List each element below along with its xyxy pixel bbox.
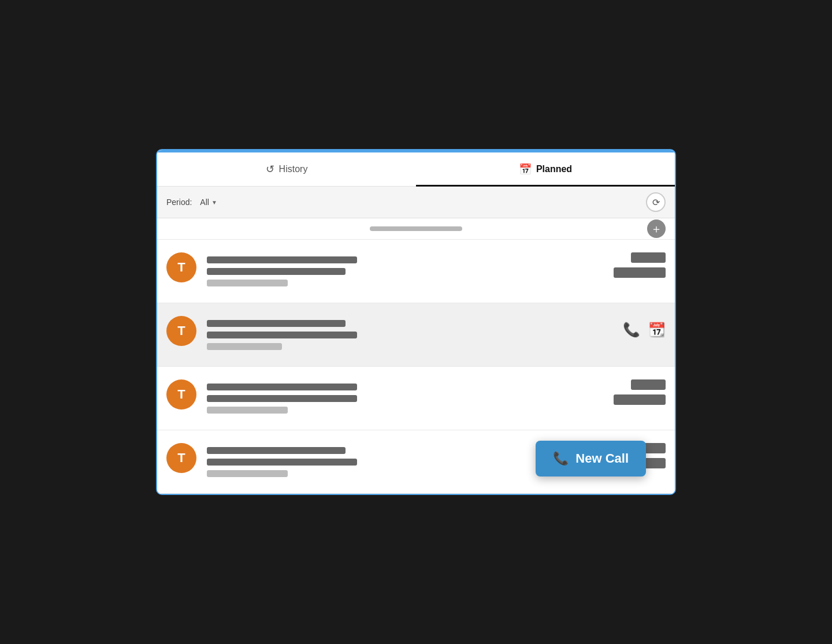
item-actions: 📞 📆 bbox=[608, 316, 666, 338]
filter-bar: Period: All ▼ ⟳ bbox=[157, 187, 675, 218]
text-line-2 bbox=[207, 332, 357, 338]
list-item: T 📞 📆 bbox=[157, 303, 675, 367]
list-item: T bbox=[157, 240, 675, 303]
text-line-3 bbox=[207, 407, 288, 414]
text-line-3 bbox=[207, 343, 282, 350]
new-call-label: New Call bbox=[575, 451, 629, 466]
tab-header: ↺ History 📅 Planned bbox=[157, 152, 675, 187]
avatar: T bbox=[166, 443, 196, 473]
tab-planned-label: Planned bbox=[536, 164, 572, 174]
refresh-button[interactable]: ⟳ bbox=[646, 192, 666, 212]
refresh-icon: ⟳ bbox=[652, 197, 660, 208]
main-panel: ↺ History 📅 Planned Period: All ▼ ⟳ ＋ bbox=[156, 149, 676, 495]
text-line-1 bbox=[207, 320, 346, 327]
tab-history[interactable]: ↺ History bbox=[157, 152, 416, 186]
phone-icon[interactable]: 📞 bbox=[623, 322, 640, 338]
period-value: All bbox=[200, 198, 209, 207]
action-tag-1 bbox=[631, 379, 666, 390]
calendar-tab-icon: 📅 bbox=[519, 163, 532, 176]
text-line-3 bbox=[207, 280, 288, 286]
new-call-phone-icon: 📞 bbox=[553, 451, 569, 466]
plus-icon: ＋ bbox=[651, 221, 662, 237]
text-line-2 bbox=[207, 395, 357, 402]
action-icons: 📞 📆 bbox=[623, 322, 666, 338]
avatar: T bbox=[166, 379, 196, 410]
search-bar-area: ＋ bbox=[157, 218, 675, 240]
avatar: T bbox=[166, 252, 196, 282]
tab-planned[interactable]: 📅 Planned bbox=[416, 152, 675, 186]
history-icon: ↺ bbox=[266, 163, 274, 176]
item-content bbox=[207, 384, 608, 414]
action-tag-1 bbox=[631, 252, 666, 263]
new-call-button[interactable]: 📞 New Call bbox=[536, 441, 646, 477]
text-line-1 bbox=[207, 447, 346, 454]
add-button[interactable]: ＋ bbox=[647, 219, 666, 238]
action-tag-2 bbox=[614, 267, 666, 278]
calendar-icon[interactable]: 📆 bbox=[648, 322, 666, 338]
item-content bbox=[207, 320, 608, 350]
text-line-2 bbox=[207, 268, 346, 275]
chevron-down-icon: ▼ bbox=[211, 199, 217, 206]
search-placeholder-bar bbox=[370, 226, 462, 231]
text-line-3 bbox=[207, 470, 288, 477]
avatar: T bbox=[166, 316, 196, 346]
list-container[interactable]: ＋ T T 📞 bbox=[157, 218, 675, 494]
item-actions bbox=[608, 379, 666, 405]
action-tag-2 bbox=[614, 394, 666, 405]
item-content bbox=[207, 256, 608, 286]
period-label: Period: bbox=[166, 198, 192, 207]
text-line-2 bbox=[207, 459, 357, 466]
period-select[interactable]: All ▼ bbox=[196, 196, 220, 208]
list-item: T bbox=[157, 367, 675, 430]
tab-history-label: History bbox=[279, 164, 308, 174]
item-actions bbox=[608, 252, 666, 278]
text-line-1 bbox=[207, 384, 357, 390]
text-line-1 bbox=[207, 256, 357, 263]
